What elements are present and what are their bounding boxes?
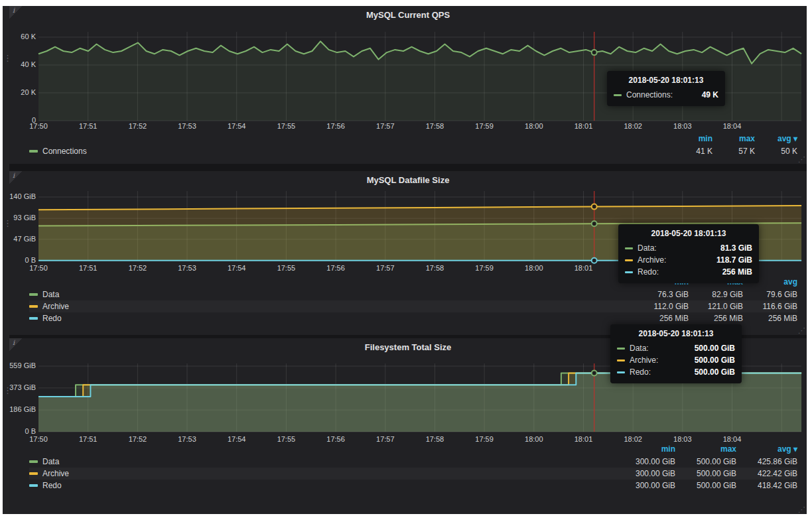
y-tick-label: 60 K <box>9 32 36 40</box>
legend-stat-max: 82.9 GiB <box>689 290 743 299</box>
legend-stat-avg: 50 K <box>755 147 797 156</box>
series-color-dash-icon <box>29 305 38 308</box>
x-tick-label: 17:55 <box>271 264 301 272</box>
legend-series-label: Data <box>42 290 59 299</box>
x-tick-label: 17:53 <box>172 122 202 130</box>
x-tick-label: 18:00 <box>519 264 549 272</box>
y-tick-label: 0 B <box>9 256 36 264</box>
legend-series-label: Redo <box>42 481 62 490</box>
legend-stat-avg: 79.6 GiB <box>743 290 797 299</box>
series-color-dash-icon <box>625 271 633 273</box>
legend-series-label: Archive <box>42 469 69 478</box>
legend: min max avg ▾ Connections 41 K 57 K 50 K <box>29 134 797 157</box>
x-tick-label: 17:56 <box>321 264 350 272</box>
cursor-marker <box>592 221 597 226</box>
cursor-marker <box>592 50 597 55</box>
resize-grip[interactable]: ⋰ <box>798 155 805 164</box>
legend: min max avg ▾ Data 300.00 GiB 500.00 GiB… <box>29 444 797 491</box>
tooltip-label: Archive: <box>630 356 658 365</box>
x-tick-label: 18:00 <box>519 122 549 130</box>
series-color-dash-icon <box>617 371 625 373</box>
tooltip-value: 49 K <box>702 90 718 99</box>
x-tick-label: 17:57 <box>371 122 400 130</box>
tooltip-label: Redo: <box>630 367 651 377</box>
dashboard-area: ⋮ ⋮ ⋮ i MySQL Current QPS min max avg ▾ … <box>3 6 807 514</box>
legend-stat-min: 41 K <box>670 147 712 156</box>
x-tick-label: 17:50 <box>24 435 53 443</box>
x-tick-label: 18:01 <box>569 122 598 130</box>
legend-header-min[interactable]: min <box>670 134 712 145</box>
x-tick-label: 17:54 <box>222 435 251 443</box>
legend-stat-min: 112.0 GiB <box>634 302 689 311</box>
x-tick-label: 18:00 <box>519 435 549 443</box>
x-tick-label: 17:56 <box>321 122 350 130</box>
series-color-dash-icon <box>614 94 622 96</box>
legend-series-redo[interactable]: Redo <box>29 314 634 323</box>
x-tick-label: 17:58 <box>420 122 449 130</box>
legend-series-archive[interactable]: Archive <box>29 469 614 478</box>
x-tick-label: 18:02 <box>618 435 647 443</box>
tooltip-value: 500.00 GiB <box>695 367 735 377</box>
tooltip-label: Redo: <box>638 267 659 277</box>
x-tick-label: 17:54 <box>222 264 251 272</box>
tooltip-value: 81.3 GiB <box>720 243 752 253</box>
x-tick-label: 17:52 <box>123 435 152 443</box>
legend-stat-min: 256 MiB <box>634 314 689 323</box>
tooltip-value: 256 MiB <box>722 267 752 277</box>
legend-stat-max: 500.00 GiB <box>675 469 736 478</box>
tooltip-time: 2018-05-20 18:01:13 <box>625 229 752 238</box>
legend-row: Redo 300.00 GiB 500.00 GiB 418.42 GiB <box>29 480 797 491</box>
legend-header-avg[interactable]: avg ▾ <box>736 444 797 456</box>
panel-info-icon[interactable]: i <box>9 6 23 19</box>
y-tick-label: 559 GiB <box>9 361 36 369</box>
panel-title[interactable]: MySQL Datafile Size <box>9 175 807 185</box>
resize-grip[interactable]: ⋰ <box>798 326 805 335</box>
tooltip-row: Data:81.3 GiB <box>625 242 752 254</box>
x-tick-label: 18:04 <box>718 122 747 130</box>
tooltip: 2018-05-20 18:01:13 Data:500.00 GiB Arch… <box>610 324 742 383</box>
legend-stat-min: 300.00 GiB <box>614 457 675 466</box>
legend-stats-header: min max avg ▾ <box>29 134 797 145</box>
legend-series-redo[interactable]: Redo <box>29 481 614 490</box>
series-color-dash-icon <box>29 460 38 463</box>
legend-series-archive[interactable]: Archive <box>29 302 634 311</box>
x-tick-label: 17:55 <box>271 122 301 130</box>
x-tick-label: 17:51 <box>74 122 103 130</box>
series-color-dash-icon <box>617 359 625 361</box>
legend-header-min[interactable]: min <box>614 444 675 456</box>
y-tick-label: 186 GiB <box>9 405 36 413</box>
tooltip: 2018-05-20 18:01:13 Connections:49 K <box>607 71 725 106</box>
y-tick-label: 47 GiB <box>9 235 36 243</box>
legend-series-data[interactable]: Data <box>29 457 614 466</box>
panel-info-icon[interactable]: i <box>9 338 23 352</box>
panel-info-icon[interactable]: i <box>9 171 23 184</box>
panel-title[interactable]: MySQL Current QPS <box>9 10 807 20</box>
tooltip-row: Archive:500.00 GiB <box>617 354 735 366</box>
x-tick-label: 18:02 <box>618 122 647 130</box>
tooltip: 2018-05-20 18:01:13 Data:81.3 GiB Archiv… <box>618 224 759 283</box>
tooltip-time: 2018-05-20 18:01:13 <box>617 329 735 338</box>
tooltip-row: Data:500.00 GiB <box>617 342 735 354</box>
x-tick-label: 17:51 <box>74 435 103 443</box>
x-tick-label: 17:55 <box>271 435 301 443</box>
legend-header-avg[interactable]: avg ▾ <box>755 134 797 145</box>
series-color-dash-icon <box>625 247 633 249</box>
x-tick-label: 17:52 <box>123 264 152 272</box>
legend-stat-avg: 418.42 GiB <box>736 481 797 490</box>
legend-header-max[interactable]: max <box>712 134 755 145</box>
x-tick-label: 17:57 <box>371 435 400 443</box>
tooltip-label: Connections: <box>626 90 673 99</box>
legend: min max avg Data 76.3 GiB 82.9 GiB 79.6 … <box>29 277 797 324</box>
x-tick-label: 17:59 <box>470 264 499 272</box>
legend-series-label: Connections <box>42 147 87 156</box>
legend-series-connections[interactable]: Connections <box>29 147 670 156</box>
legend-header-max[interactable]: max <box>675 444 736 456</box>
legend-series-data[interactable]: Data <box>29 290 634 299</box>
legend-stat-max: 57 K <box>712 147 755 156</box>
info-icon-glyph: i <box>13 7 15 14</box>
series-color-dash-icon <box>29 472 38 475</box>
info-icon-glyph: i <box>13 172 15 179</box>
resize-grip[interactable]: ⋰ <box>798 505 805 514</box>
y-tick-label: 93 GiB <box>9 214 36 222</box>
x-tick-label: 17:50 <box>24 122 53 130</box>
